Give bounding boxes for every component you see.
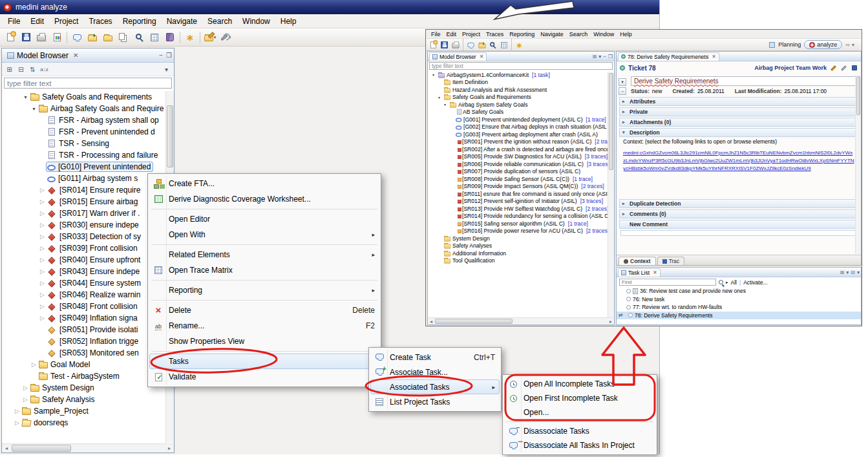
menu-file[interactable]: File bbox=[3, 15, 25, 28]
dropdown-arrow-icon[interactable]: ▾ bbox=[214, 35, 217, 40]
maximize-icon[interactable]: ❒ bbox=[608, 54, 613, 59]
tree-expander-open-icon[interactable]: ▾ bbox=[430, 72, 436, 77]
inner-model-browser-tab[interactable]: Model Browser ✕ bbox=[429, 52, 487, 61]
comment-button[interactable] bbox=[69, 30, 85, 45]
activate-link[interactable]: Activate... bbox=[743, 279, 767, 286]
menu-traces[interactable]: Traces bbox=[483, 30, 506, 38]
tree-expander-closed-icon[interactable]: ▷ bbox=[22, 385, 29, 391]
close-icon[interactable]: ✕ bbox=[653, 270, 657, 275]
tree-expander-open-icon[interactable]: ▾ bbox=[30, 106, 37, 112]
planning-perspective-icon[interactable] bbox=[769, 42, 775, 48]
close-icon[interactable]: ✕ bbox=[712, 54, 716, 59]
menu-window[interactable]: Window bbox=[591, 30, 617, 38]
close-icon[interactable]: ✕ bbox=[73, 52, 78, 59]
tree-item[interactable]: [SR005] Provide SW Diagnostics for ACU (… bbox=[428, 153, 607, 161]
tree-item[interactable]: FSR - Airbag system shall op bbox=[2, 114, 165, 126]
menu-item-reporting[interactable]: Reporting▸ bbox=[149, 282, 379, 298]
task-row[interactable]: 36: Review test case and provide new one… bbox=[617, 287, 861, 295]
openfolder-button[interactable] bbox=[478, 41, 487, 48]
scroll-right-icon[interactable]: ▸ bbox=[165, 444, 174, 452]
tree-item[interactable]: [SR011] esnure that fire command is issu… bbox=[428, 190, 607, 198]
tree-item[interactable]: ▷[SR048] Front collision bbox=[2, 301, 165, 312]
view-menu-icon[interactable]: ▾ bbox=[162, 64, 171, 74]
sort-icon[interactable]: a↓z bbox=[39, 64, 49, 74]
sparkle-button[interactable] bbox=[182, 30, 198, 45]
save-button[interactable] bbox=[440, 41, 449, 48]
menu-item-open-all-incomplete-tasks[interactable]: Open All Incomplete Tasks bbox=[504, 377, 655, 391]
tree-item[interactable]: [SR014] Provide redundancy for sensing a… bbox=[428, 213, 607, 220]
tree-item[interactable]: Test - AirbagSystem bbox=[2, 370, 165, 382]
scrollbar-thumb[interactable] bbox=[435, 319, 513, 324]
tree-item[interactable]: ▷[SR014] Ensure require bbox=[2, 184, 165, 196]
section-new-comment[interactable]: New Comment bbox=[619, 220, 858, 229]
tree-item[interactable]: [SR015] Safing sensor algorithm (ASIL C)… bbox=[428, 220, 607, 228]
analyze-perspective-button[interactable]: analyze bbox=[804, 40, 842, 49]
search-icon[interactable] bbox=[719, 280, 723, 284]
scrollbar-thumb[interactable] bbox=[856, 76, 860, 115]
collapse-all-icon[interactable]: ⊟ bbox=[851, 270, 855, 275]
expand-all-icon[interactable]: ⊞ bbox=[592, 54, 597, 59]
dropdown-icon[interactable]: ▾ bbox=[846, 270, 849, 275]
tree-item[interactable]: ▾Airbag System Safety Goals bbox=[428, 101, 607, 109]
maximize-icon[interactable]: ❒ bbox=[166, 52, 172, 59]
tree-expander-closed-icon[interactable]: ▷ bbox=[39, 233, 46, 240]
new-button[interactable] bbox=[429, 41, 438, 48]
menu-window[interactable]: Window bbox=[237, 15, 275, 28]
scroll-right-icon[interactable]: ▸ bbox=[608, 318, 614, 324]
tree-expander-closed-icon[interactable]: ▷ bbox=[39, 210, 46, 217]
minimize-icon[interactable]: − bbox=[159, 52, 163, 59]
search-button[interactable] bbox=[131, 30, 147, 45]
tree-item[interactable]: ▷[SR033] Detection of sy bbox=[2, 231, 165, 242]
menu-item-open-with[interactable]: Open With▸ bbox=[149, 227, 379, 242]
tree-expander-closed-icon[interactable]: ▷ bbox=[39, 198, 46, 205]
print-button[interactable] bbox=[451, 41, 460, 48]
task-list-tab[interactable]: Task List ✕ bbox=[618, 268, 661, 277]
menu-item-list-project-tasks[interactable]: List Project Tasks bbox=[370, 394, 500, 409]
tree-item[interactable]: [SR007] Provide duplication of sensors (… bbox=[428, 168, 607, 176]
medini-link[interactable]: medini:cGxhdGZvcm06L3Jlc291cmNlL0FpcmJhZ… bbox=[623, 150, 854, 171]
menu-search[interactable]: Search bbox=[202, 15, 237, 28]
new-task-icon[interactable]: ⊞ bbox=[840, 270, 845, 275]
tree-expander-closed-icon[interactable]: ▷ bbox=[39, 303, 46, 310]
menu-help[interactable]: Help bbox=[617, 30, 635, 38]
tree-item[interactable]: [SR053] Monitored sen bbox=[2, 347, 165, 359]
matrix-button[interactable] bbox=[500, 41, 509, 48]
folder-button[interactable] bbox=[100, 30, 116, 45]
tree-item[interactable]: ▷Safety Analysis bbox=[2, 394, 165, 405]
close-icon[interactable]: ✕ bbox=[480, 54, 484, 59]
menu-help[interactable]: Help bbox=[275, 15, 302, 28]
tree-expander-closed-icon[interactable]: ▷ bbox=[39, 222, 46, 228]
tree-item[interactable]: [G003] Prevent airbag deployment after c… bbox=[428, 131, 607, 138]
menu-search[interactable]: Search bbox=[567, 30, 591, 38]
tree-item[interactable]: [SR006] Provide reliable communication (… bbox=[428, 160, 607, 168]
tree-item[interactable]: [G010] Prevent unintended bbox=[2, 161, 165, 173]
tree-item[interactable]: ▷[SR039] Front collision bbox=[2, 242, 165, 254]
scope-all-link[interactable]: All bbox=[731, 279, 737, 286]
tree-item[interactable]: ▷[SR043] Ensure indepe bbox=[2, 266, 165, 277]
section-private[interactable]: ▸Private bbox=[619, 107, 858, 116]
scrollbar-thumb[interactable] bbox=[609, 73, 613, 170]
tree-expander-open-icon[interactable]: ▾ bbox=[442, 102, 448, 107]
scroll-left-icon[interactable]: ◂ bbox=[2, 444, 11, 452]
tree-item[interactable]: ▷System Design bbox=[2, 382, 165, 394]
dropdown-icon[interactable]: ▾ bbox=[852, 42, 854, 48]
menu-item-tasks[interactable]: Tasks▸ bbox=[149, 354, 379, 369]
tree-item[interactable]: ▷[SR046] Realize warnin bbox=[2, 289, 165, 301]
section-duplicate-detection[interactable]: ▸Duplicate Detection bbox=[619, 199, 858, 208]
menu-traces[interactable]: Traces bbox=[83, 15, 117, 28]
find-input[interactable] bbox=[619, 279, 716, 286]
new-button[interactable] bbox=[3, 30, 18, 45]
menu-item-open[interactable]: Open... bbox=[504, 405, 655, 420]
tree-item[interactable]: [SR016] Provide power reserve for ACU (A… bbox=[428, 228, 607, 235]
menu-edit[interactable]: Edit bbox=[25, 15, 49, 28]
menu-item-associated-tasks[interactable]: Associated Tasks▸ bbox=[370, 379, 500, 394]
section-comments[interactable]: ▸Comments (0) bbox=[619, 209, 858, 218]
menu-edit[interactable]: Edit bbox=[444, 30, 460, 38]
tree-item[interactable]: Tool Qualification bbox=[428, 257, 607, 265]
menu-item-create-fta[interactable]: Create FTA... bbox=[149, 176, 379, 191]
tree-item[interactable]: Additional Information bbox=[428, 250, 607, 257]
tree-item[interactable]: ▷Goal Model bbox=[2, 359, 165, 370]
submit-icon[interactable] bbox=[851, 65, 858, 72]
task-status-icon[interactable] bbox=[626, 305, 631, 310]
tree-item[interactable]: System Design bbox=[428, 235, 607, 242]
